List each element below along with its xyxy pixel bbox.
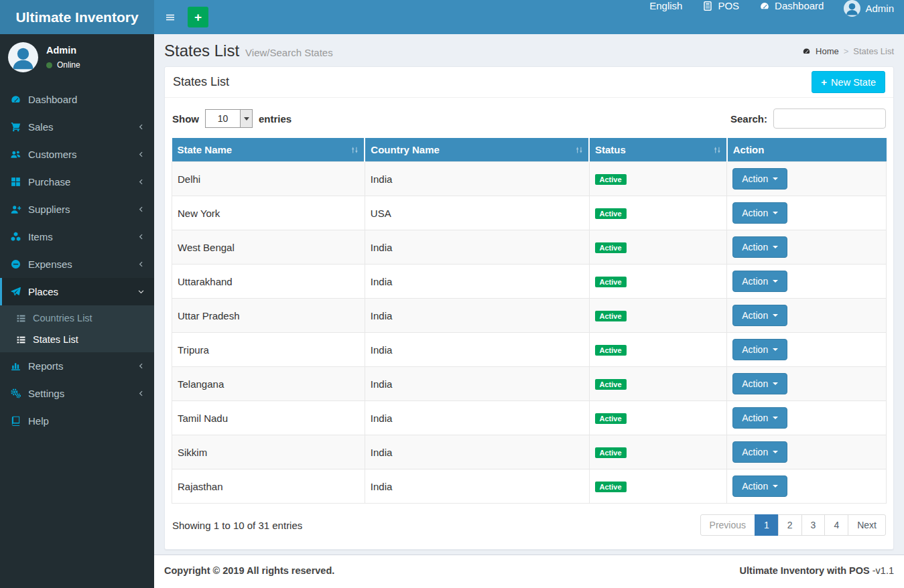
- table-row: Uttar PradeshIndiaActiveAction: [172, 299, 887, 333]
- navbar-item-label: Admin: [865, 3, 894, 14]
- cart-icon: [10, 121, 21, 133]
- breadcrumb-home-link[interactable]: Home: [816, 46, 839, 56]
- column-header-status[interactable]: Status: [589, 138, 727, 162]
- sidebar-toggle-button[interactable]: [154, 0, 186, 34]
- status-badge: Active: [595, 482, 627, 492]
- action-button-label: Action: [742, 276, 768, 287]
- sidebar-item-label: Purchase: [28, 176, 70, 188]
- sidebar-link-places[interactable]: Places: [0, 278, 154, 305]
- cell-status: Active: [589, 196, 727, 230]
- new-state-button[interactable]: + New State: [812, 71, 885, 93]
- sidebar-link-items[interactable]: Items: [0, 223, 154, 250]
- sidebar-sublink-states-list[interactable]: States List: [0, 329, 154, 350]
- caret-down-icon: [773, 246, 778, 248]
- user-plus-icon: [10, 204, 21, 215]
- sidebar-link-purchase[interactable]: Purchase: [0, 168, 154, 196]
- pagination-page-4[interactable]: 4: [824, 514, 848, 536]
- action-button[interactable]: Action: [732, 339, 787, 360]
- sidebar-item-label: Items: [28, 231, 53, 242]
- sidebar-link-suppliers[interactable]: Suppliers: [0, 196, 154, 223]
- pagination-page-1[interactable]: 1: [755, 514, 779, 536]
- caret-down-icon: [773, 382, 778, 385]
- pagination-page-item: 1: [755, 514, 779, 536]
- pagination-page-3[interactable]: 3: [801, 514, 826, 536]
- pagination: Previous1234Next: [701, 514, 886, 536]
- sidebar-item-customers: Customers: [0, 141, 154, 168]
- quick-add-button[interactable]: +: [188, 7, 208, 27]
- cell-country-name: India: [365, 401, 589, 435]
- action-button[interactable]: Action: [732, 475, 787, 497]
- sidebar-item-label: Dashboard: [28, 94, 77, 105]
- main-header: Ultimate Inventory + EnglishPOSDashboard…: [0, 0, 904, 34]
- page-subtitle: View/Search States: [245, 47, 333, 58]
- table-row: SikkimIndiaActiveAction: [172, 435, 887, 469]
- user-name: Admin: [46, 45, 80, 56]
- navbar-link-admin[interactable]: Admin: [834, 0, 904, 17]
- sidebar-menu: DashboardSalesCustomersPurchaseSuppliers…: [0, 86, 154, 435]
- pagination-page-2[interactable]: 2: [778, 514, 802, 536]
- column-header-label: Status: [595, 144, 626, 155]
- column-header-state-name[interactable]: State Name: [172, 138, 365, 162]
- chevron-left-icon: [137, 123, 145, 131]
- status-badge: Active: [595, 447, 627, 458]
- action-button[interactable]: Action: [732, 168, 787, 190]
- entries-select[interactable]: 10: [205, 109, 253, 128]
- action-button[interactable]: Action: [732, 305, 787, 326]
- cell-country-name: India: [365, 230, 589, 265]
- entries-length-control: Show 10 entries: [172, 109, 292, 128]
- content-wrapper: States List View/Search States Home > St…: [154, 34, 904, 555]
- cell-status: Active: [589, 367, 727, 401]
- action-button[interactable]: Action: [732, 441, 787, 463]
- chevron-left-icon: [137, 206, 145, 213]
- chevron-left-icon: [137, 233, 145, 240]
- table-controls: Show 10 entries Search:: [172, 104, 887, 138]
- navbar-link-english[interactable]: English: [639, 0, 692, 11]
- cell-state-name: New York: [172, 196, 365, 230]
- cell-status: Active: [589, 401, 727, 435]
- navbar-item-label: Dashboard: [775, 0, 824, 11]
- cell-state-name: Telangana: [172, 367, 365, 401]
- search-input[interactable]: [773, 108, 886, 129]
- pagination-next-item: Next: [848, 514, 886, 536]
- user-panel: Admin Online: [0, 34, 154, 79]
- action-button[interactable]: Action: [732, 373, 787, 394]
- new-state-button-label: New State: [831, 77, 876, 88]
- sidebar-link-reports[interactable]: Reports: [0, 352, 154, 380]
- pagination-previous[interactable]: Previous: [700, 514, 755, 536]
- chevron-left-icon: [137, 362, 145, 370]
- sidebar-link-help[interactable]: Help: [0, 407, 154, 435]
- navbar-item-pos: POS: [692, 0, 749, 34]
- column-header-country-name[interactable]: Country Name: [365, 138, 589, 162]
- action-button[interactable]: Action: [732, 202, 787, 224]
- action-button[interactable]: Action: [732, 407, 787, 429]
- table-row: New YorkUSAActiveAction: [172, 196, 887, 230]
- sidebar-link-expenses[interactable]: Expenses: [0, 250, 154, 278]
- cell-country-name: India: [365, 162, 589, 196]
- action-button[interactable]: Action: [732, 271, 787, 292]
- bar-chart-icon: [10, 360, 21, 372]
- brand-logo[interactable]: Ultimate Inventory: [0, 0, 154, 34]
- cell-action: Action: [727, 367, 887, 401]
- pagination-next[interactable]: Next: [848, 514, 886, 536]
- table-footer: Showing 1 to 10 of 31 entries Previous12…: [172, 504, 887, 542]
- sidebar-link-dashboard[interactable]: Dashboard: [0, 86, 154, 113]
- navbar-link-dashboard[interactable]: Dashboard: [749, 0, 834, 11]
- pagination-page-item: 2: [779, 514, 802, 536]
- page-title-text: States List: [164, 42, 239, 60]
- sidebar-sublink-countries-list[interactable]: Countries List: [0, 307, 154, 329]
- status-badge: Active: [595, 345, 627, 356]
- action-button[interactable]: Action: [732, 236, 787, 258]
- cubes-icon: [10, 231, 21, 242]
- sidebar-item-settings: Settings: [0, 380, 154, 407]
- breadcrumb: Home > States List: [802, 46, 894, 56]
- sidebar-link-settings[interactable]: Settings: [0, 380, 154, 407]
- navbar-menu: EnglishPOSDashboardAdmin: [639, 0, 904, 34]
- column-header-label: State Name: [178, 144, 233, 155]
- sidebar-link-sales[interactable]: Sales: [0, 113, 154, 141]
- sidebar-link-customers[interactable]: Customers: [0, 141, 154, 168]
- pagination-page-item: 3: [802, 514, 826, 536]
- cell-country-name: India: [365, 333, 589, 367]
- table-row: Tamil NaduIndiaActiveAction: [172, 401, 887, 435]
- table-info: Showing 1 to 10 of 31 entries: [172, 520, 302, 531]
- navbar-link-pos[interactable]: POS: [692, 0, 749, 11]
